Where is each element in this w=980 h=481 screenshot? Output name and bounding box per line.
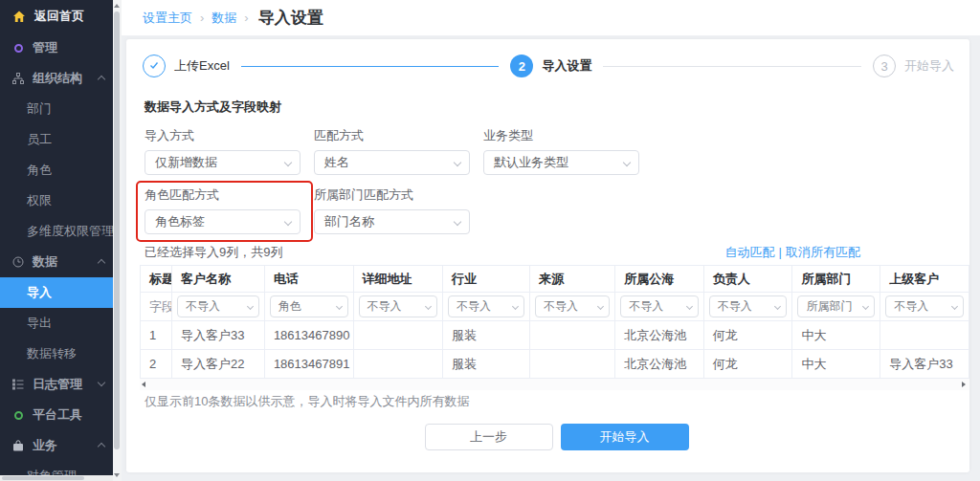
table-cell: 18613467890 <box>264 321 353 350</box>
table-cell <box>353 350 443 379</box>
field-select[interactable]: 不导入 <box>885 295 964 317</box>
field-select[interactable]: 不导入 <box>535 295 610 317</box>
table-cell: 1 <box>141 321 172 350</box>
field-label: 匹配方式 <box>314 127 470 144</box>
home-icon <box>12 11 26 23</box>
start-import-button[interactable]: 开始导入 <box>561 424 689 450</box>
chevron-down-icon <box>454 218 461 226</box>
table-cell <box>529 321 614 350</box>
field-label: 导入方式 <box>145 127 301 144</box>
scroll-right-icon[interactable] <box>962 382 966 387</box>
sidebar-vertical-scrollbar[interactable] <box>113 0 122 481</box>
column-header: 所属部门 <box>792 266 880 293</box>
column-header: 所属公海 <box>615 266 704 293</box>
step-connector <box>241 66 500 67</box>
field-select[interactable]: 不导入 <box>177 295 259 317</box>
import-options-form: 导入方式 仅新增数据 匹配方式 姓名 业务类型 默认业务类型 角色匹配方式 角色… <box>126 127 969 234</box>
sidebar-item-dept[interactable]: 部门 <box>0 94 113 124</box>
breadcrumb-separator-icon: › <box>200 11 204 25</box>
sidebar-item-log[interactable]: 日志管理 <box>0 369 113 400</box>
table-row: 2导入客户2218613467891服装北京公海池何龙中大导入客户33 <box>141 350 969 379</box>
sidebar-item-data[interactable]: 数据 <box>0 247 113 277</box>
select-业务类型[interactable]: 默认业务类型 <box>483 150 639 175</box>
sidebar-item-home[interactable]: 返回首页 <box>0 0 113 33</box>
select-value: 部门名称 <box>324 213 374 230</box>
table-cell: 何龙 <box>703 321 792 350</box>
cancel-all-match-link[interactable]: 取消所有匹配 <box>786 245 860 259</box>
select-value: 默认业务类型 <box>494 154 568 171</box>
table-cell: 中大 <box>792 321 880 350</box>
form-row-1: 导入方式 仅新增数据 匹配方式 姓名 业务类型 默认业务类型 <box>145 127 969 175</box>
chevron-up-icon <box>98 259 105 267</box>
select-所属部门匹配方式[interactable]: 部门名称 <box>314 209 470 234</box>
check-icon <box>148 59 160 74</box>
select-角色匹配方式[interactable]: 角色标签 <box>145 209 301 234</box>
main-content: 设置主页 › 数据 › 导入设置 上传Excel2 导入设置3 开始导入 数据导… <box>122 0 980 481</box>
field-label: 角色匹配方式 <box>145 186 301 204</box>
chevron-down-icon <box>336 303 343 310</box>
mapping-table: 标题客户名称电话详细地址行业来源所属公海负责人所属部门上级客户字段不导入角色不导… <box>140 265 969 379</box>
table-cell: 服装 <box>443 321 530 350</box>
chevron-down-icon <box>623 159 631 166</box>
breadcrumb-link-data[interactable]: 数据 <box>212 10 236 27</box>
scrollbar-thumb[interactable] <box>2 476 84 480</box>
sidebar-item-multi-perm[interactable]: 多维度权限管理 <box>0 216 113 247</box>
table-horizontal-scrollbar[interactable] <box>140 379 969 390</box>
sidebar-item-label: 管理 <box>33 39 57 56</box>
step-circle: 3 <box>873 55 896 77</box>
breadcrumb-link-settings-home[interactable]: 设置主页 <box>143 10 192 27</box>
select-value: 不导入 <box>368 298 402 315</box>
field-select[interactable]: 不导入 <box>359 295 438 317</box>
select-value: 角色 <box>278 298 301 315</box>
sidebar-item-label: 平台工具 <box>33 406 82 424</box>
table-cell <box>353 321 443 350</box>
sidebar-item-staff[interactable]: 员工 <box>0 124 113 155</box>
form-field: 角色匹配方式 角色标签 <box>145 186 301 234</box>
sidebar-item-business[interactable]: 业务 <box>0 430 113 461</box>
field-select[interactable]: 角色 <box>270 295 348 317</box>
chevron-down-icon <box>686 303 693 310</box>
sidebar-item-org[interactable]: 组织结构 <box>0 63 113 94</box>
sidebar-item-manage[interactable]: 管理 <box>0 33 113 63</box>
sidebar-item-label: 日志管理 <box>33 376 82 393</box>
sidebar-item-import[interactable]: 导入 <box>0 277 113 308</box>
select-导入方式[interactable]: 仅新增数据 <box>145 150 301 175</box>
chevron-down-icon <box>951 303 958 310</box>
scroll-up-icon[interactable] <box>114 4 120 8</box>
table-cell: 北京公海池 <box>615 350 704 379</box>
column-header: 负责人 <box>703 266 792 293</box>
previous-step-button[interactable]: 上一步 <box>425 424 553 450</box>
column-header: 上级客户 <box>880 266 969 293</box>
link-separator: | <box>779 245 782 259</box>
table-cell: 导入客户22 <box>171 350 264 379</box>
sidebar-item-perm[interactable]: 权限 <box>0 186 113 216</box>
bag-icon <box>11 440 25 451</box>
sidebar-item-data-transfer[interactable]: 数据转移 <box>0 339 113 369</box>
table-cell: 中大 <box>792 350 880 379</box>
mapping-summary: 已经选择导入9列，共9列 <box>145 245 282 259</box>
field-select[interactable]: 不导入 <box>620 295 699 317</box>
select-匹配方式[interactable]: 姓名 <box>314 150 470 175</box>
column-header: 标题 <box>141 266 172 293</box>
sidebar-item-label: 组织结构 <box>33 70 82 87</box>
field-select[interactable]: 不导入 <box>448 295 524 317</box>
column-header: 电话 <box>264 266 353 293</box>
sidebar-horizontal-scrollbar[interactable] <box>0 475 113 481</box>
step-circle <box>143 55 166 77</box>
sidebar-item-role[interactable]: 角色 <box>0 155 113 186</box>
scroll-left-icon[interactable] <box>142 382 145 387</box>
import-settings-card: 上传Excel2 导入设置3 开始导入 数据导入方式及字段映射 导入方式 仅新增… <box>126 39 969 472</box>
auto-match-link[interactable]: 自动匹配 <box>725 245 775 259</box>
scrollbar-thumb[interactable] <box>114 11 120 449</box>
table-cell: 服装 <box>443 350 530 379</box>
sidebar-item-label: 返回首页 <box>34 8 84 25</box>
field-select[interactable]: 不导入 <box>709 295 788 317</box>
sidebar-item-platform-tools[interactable]: 平台工具 <box>0 400 113 430</box>
sidebar-item-export[interactable]: 导出 <box>0 308 113 339</box>
field-row-label: 字段 <box>141 293 172 321</box>
scroll-down-icon[interactable] <box>114 473 120 477</box>
field-select[interactable]: 所属部门 <box>797 295 875 317</box>
mapping-header: 已经选择导入9列，共9列 自动匹配|取消所有匹配 <box>145 244 969 259</box>
wizard-step-2: 2 导入设置 <box>510 55 591 77</box>
column-header: 行业 <box>443 266 530 293</box>
